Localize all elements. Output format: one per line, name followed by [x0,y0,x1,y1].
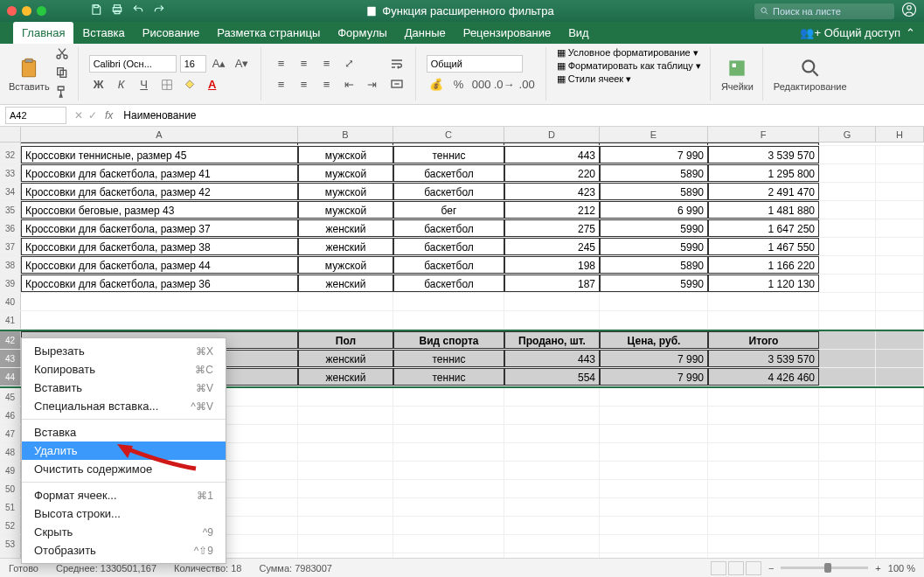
cell[interactable]: 1 481 880 [708,201,819,219]
cell[interactable]: 7 990 [600,146,708,163]
cell[interactable] [819,146,876,163]
cell[interactable]: 6 990 [600,201,708,219]
cell[interactable] [708,480,819,497]
align-bottom-icon[interactable]: ≡ [317,55,337,73]
cell[interactable] [393,498,504,516]
conditional-formatting-button[interactable]: ▦ Условное форматирование ▾ [557,47,698,59]
cell[interactable]: бег [393,201,504,219]
increase-indent-icon[interactable]: ⇥ [363,76,382,94]
align-right-icon[interactable]: ≡ [317,76,337,94]
ribbon-collapse-icon[interactable]: ⌃ [906,26,915,39]
cell[interactable]: теннис [393,350,504,367]
cell[interactable]: женский [298,219,393,237]
cell[interactable] [298,388,393,406]
maximize-window-button[interactable] [37,6,46,16]
cell[interactable] [600,480,708,497]
cell[interactable]: 212 [504,201,600,219]
row-header[interactable]: 53 [0,535,21,553]
row-header[interactable]: 46 [0,407,21,424]
cell[interactable]: мужской [298,146,393,163]
cell[interactable] [393,388,504,406]
cell[interactable]: 3 539 570 [708,350,819,367]
cell[interactable] [298,517,393,534]
cell[interactable]: 423 [504,183,600,200]
cell[interactable]: Кроссовки для баскетбола, размер 42 [21,183,298,200]
copy-icon[interactable] [55,66,69,82]
tab-home[interactable]: Главная [13,22,73,44]
cell[interactable] [600,425,708,442]
cell[interactable] [876,293,924,310]
cell[interactable] [819,164,876,182]
col-header-d[interactable]: D [504,127,600,142]
col-header-h[interactable]: H [876,127,924,142]
cell[interactable]: 5890 [600,183,708,200]
cell[interactable] [876,219,924,237]
cell[interactable] [708,293,819,310]
cell[interactable] [393,462,504,479]
cell[interactable] [876,146,924,163]
cell[interactable] [393,293,504,310]
cell[interactable] [504,311,600,329]
select-all-corner[interactable] [0,127,21,142]
tab-view[interactable]: Вид [559,22,598,44]
cell[interactable]: мужской [298,164,393,182]
editing-button[interactable]: Редактирование [774,57,847,92]
save-icon[interactable] [90,3,102,18]
cell[interactable] [298,498,393,516]
col-header-f[interactable]: F [708,127,819,142]
cut-icon[interactable] [55,46,69,63]
cell[interactable]: Кроссовки для баскетбола, размер 44 [21,256,298,274]
col-header-a[interactable]: A [21,127,298,142]
cell[interactable] [876,311,924,329]
row-header[interactable]: 51 [0,498,21,516]
context-menu-item[interactable]: Вставить⌘V [22,379,226,397]
cell[interactable] [876,256,924,274]
row-header[interactable]: 39 [0,275,21,292]
row-header[interactable]: 45 [0,388,21,406]
cell[interactable]: Продано, шт. [504,331,600,349]
cell[interactable] [393,480,504,497]
cell[interactable] [819,293,876,310]
tab-formulas[interactable]: Формулы [329,22,396,44]
cell[interactable] [876,462,924,479]
name-box[interactable]: A42 [5,107,66,124]
cell[interactable]: Кроссовки для баскетбола, размер 36 [21,275,298,292]
cell[interactable]: 220 [504,164,600,182]
cell[interactable]: теннис [393,368,504,386]
cell[interactable] [298,407,393,424]
cell[interactable] [876,407,924,424]
cell[interactable]: Кроссовки теннисные, размер 45 [21,146,298,163]
cell[interactable]: женский [298,368,393,386]
cell[interactable] [298,480,393,497]
orientation-icon[interactable]: ⤢ [340,55,359,73]
cell[interactable] [819,425,876,442]
row-header[interactable]: 36 [0,219,21,237]
zoom-out-button[interactable]: − [768,563,774,574]
row-header[interactable]: 43 [0,350,21,367]
cell[interactable] [876,368,924,386]
cell[interactable] [708,311,819,329]
row-header[interactable]: 40 [0,293,21,310]
cell[interactable]: баскетбол [393,238,504,255]
font-color-icon[interactable]: A [203,76,222,94]
undo-icon[interactable] [132,3,144,18]
font-name-combo[interactable]: Calibri (Осн... [89,55,177,73]
cell[interactable]: теннис [393,146,504,163]
cell[interactable] [393,443,504,461]
context-menu-item[interactable]: Высота строки... [22,504,226,523]
percent-icon[interactable]: % [449,76,469,94]
cell[interactable]: женский [298,350,393,367]
cell[interactable] [21,293,298,310]
italic-button[interactable]: К [112,76,131,94]
cell[interactable] [819,256,876,274]
cell[interactable]: Кроссовки для баскетбола, размер 37 [21,219,298,237]
cell[interactable] [600,443,708,461]
cell[interactable]: 7 990 [600,368,708,386]
context-menu-item[interactable]: Отобразить^⇧9 [22,541,226,560]
cell[interactable]: Пол [298,331,393,349]
fill-color-icon[interactable] [180,76,199,94]
cell[interactable]: 443 [504,146,600,163]
format-as-table-button[interactable]: ▦ Форматировать как таблицу ▾ [557,60,701,72]
cell[interactable]: 5990 [600,275,708,292]
increase-decimal-icon[interactable]: .0→ [495,76,514,94]
